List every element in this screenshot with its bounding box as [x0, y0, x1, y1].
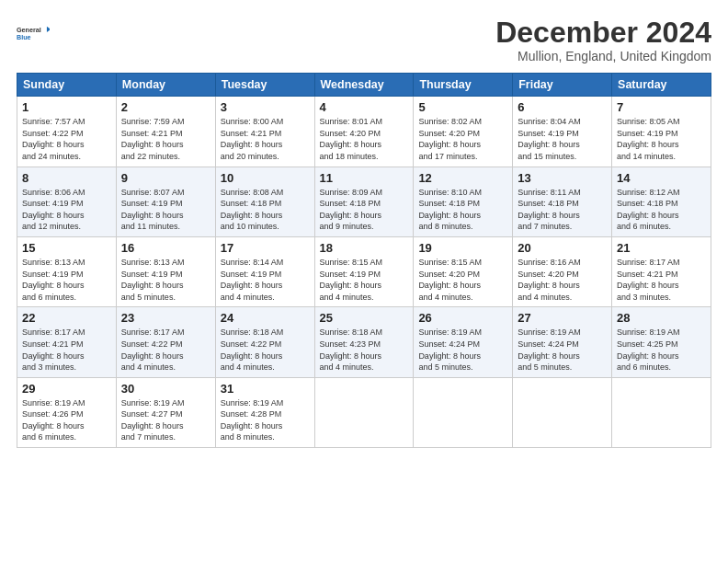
day-detail: Sunrise: 7:57 AM Sunset: 4:22 PM Dayligh…	[22, 116, 111, 162]
calendar-day-cell: 24Sunrise: 8:18 AM Sunset: 4:22 PM Dayli…	[215, 307, 314, 377]
page: General Blue December 2024 Mullion, Engl…	[0, 0, 728, 563]
calendar-day-cell: 16Sunrise: 8:13 AM Sunset: 4:19 PM Dayli…	[116, 236, 215, 306]
calendar-day-cell: 27Sunrise: 8:19 AM Sunset: 4:24 PM Dayli…	[513, 307, 612, 377]
logo-icon: General Blue	[17, 17, 50, 50]
svg-text:Blue: Blue	[17, 33, 31, 41]
day-number: 16	[121, 241, 210, 255]
day-number: 8	[22, 171, 111, 185]
day-detail: Sunrise: 8:19 AM Sunset: 4:28 PM Dayligh…	[221, 397, 310, 443]
day-detail: Sunrise: 8:00 AM Sunset: 4:21 PM Dayligh…	[221, 116, 310, 162]
calendar-day-cell: 6Sunrise: 8:04 AM Sunset: 4:19 PM Daylig…	[513, 97, 612, 167]
day-number: 20	[518, 241, 607, 255]
calendar-day-cell: 7Sunrise: 8:05 AM Sunset: 4:19 PM Daylig…	[612, 97, 711, 167]
calendar-day-cell: 10Sunrise: 8:08 AM Sunset: 4:18 PM Dayli…	[215, 167, 314, 236]
day-detail: Sunrise: 8:17 AM Sunset: 4:22 PM Dayligh…	[121, 327, 210, 373]
calendar-day-cell: 28Sunrise: 8:19 AM Sunset: 4:25 PM Dayli…	[612, 307, 711, 377]
calendar-day-header: Monday	[116, 74, 215, 97]
calendar-day-cell: 9Sunrise: 8:07 AM Sunset: 4:19 PM Daylig…	[116, 167, 215, 236]
day-number: 12	[418, 171, 507, 185]
day-number: 29	[22, 382, 111, 396]
calendar-day-cell: 23Sunrise: 8:17 AM Sunset: 4:22 PM Dayli…	[116, 307, 215, 377]
day-detail: Sunrise: 8:07 AM Sunset: 4:19 PM Dayligh…	[121, 187, 210, 233]
day-number: 24	[221, 311, 310, 325]
day-detail: Sunrise: 8:10 AM Sunset: 4:18 PM Dayligh…	[418, 187, 507, 233]
day-detail: Sunrise: 8:13 AM Sunset: 4:19 PM Dayligh…	[22, 257, 111, 303]
day-detail: Sunrise: 8:01 AM Sunset: 4:20 PM Dayligh…	[320, 116, 409, 162]
day-detail: Sunrise: 8:12 AM Sunset: 4:18 PM Dayligh…	[617, 187, 706, 233]
day-number: 9	[121, 171, 210, 185]
day-number: 15	[22, 241, 111, 255]
day-detail: Sunrise: 8:02 AM Sunset: 4:20 PM Dayligh…	[418, 116, 507, 162]
day-detail: Sunrise: 8:19 AM Sunset: 4:25 PM Dayligh…	[617, 327, 706, 373]
day-detail: Sunrise: 8:18 AM Sunset: 4:22 PM Dayligh…	[221, 327, 310, 373]
svg-marker-2	[47, 27, 50, 32]
header: General Blue December 2024 Mullion, Engl…	[17, 17, 711, 63]
day-number: 2	[121, 100, 210, 114]
day-number: 21	[617, 241, 706, 255]
day-detail: Sunrise: 8:17 AM Sunset: 4:21 PM Dayligh…	[617, 257, 706, 303]
calendar-week-row: 29Sunrise: 8:19 AM Sunset: 4:26 PM Dayli…	[17, 377, 711, 447]
calendar-day-header: Wednesday	[314, 74, 414, 97]
day-detail: Sunrise: 8:08 AM Sunset: 4:18 PM Dayligh…	[221, 187, 310, 233]
day-detail: Sunrise: 8:18 AM Sunset: 4:23 PM Dayligh…	[320, 327, 409, 373]
day-detail: Sunrise: 8:04 AM Sunset: 4:19 PM Dayligh…	[518, 116, 607, 162]
calendar-empty-cell	[414, 377, 513, 447]
calendar-day-cell: 18Sunrise: 8:15 AM Sunset: 4:19 PM Dayli…	[314, 236, 414, 306]
calendar-day-cell: 22Sunrise: 8:17 AM Sunset: 4:21 PM Dayli…	[17, 307, 117, 377]
calendar-week-row: 15Sunrise: 8:13 AM Sunset: 4:19 PM Dayli…	[17, 236, 711, 306]
calendar-week-row: 8Sunrise: 8:06 AM Sunset: 4:19 PM Daylig…	[17, 167, 711, 236]
day-detail: Sunrise: 8:06 AM Sunset: 4:19 PM Dayligh…	[22, 187, 111, 233]
calendar-day-header: Friday	[513, 74, 612, 97]
day-number: 6	[518, 100, 607, 114]
calendar-week-row: 22Sunrise: 8:17 AM Sunset: 4:21 PM Dayli…	[17, 307, 711, 377]
day-detail: Sunrise: 8:19 AM Sunset: 4:24 PM Dayligh…	[518, 327, 607, 373]
calendar-day-header: Saturday	[612, 74, 711, 97]
calendar-day-header: Thursday	[414, 74, 513, 97]
calendar-day-cell: 11Sunrise: 8:09 AM Sunset: 4:18 PM Dayli…	[314, 167, 414, 236]
day-detail: Sunrise: 8:16 AM Sunset: 4:20 PM Dayligh…	[518, 257, 607, 303]
day-number: 22	[22, 311, 111, 325]
calendar-day-header: Tuesday	[215, 74, 314, 97]
calendar-day-cell: 13Sunrise: 8:11 AM Sunset: 4:18 PM Dayli…	[513, 167, 612, 236]
calendar-day-cell: 30Sunrise: 8:19 AM Sunset: 4:27 PM Dayli…	[116, 377, 215, 447]
day-number: 3	[221, 100, 310, 114]
calendar-day-cell: 3Sunrise: 8:00 AM Sunset: 4:21 PM Daylig…	[215, 97, 314, 167]
day-number: 27	[518, 311, 607, 325]
calendar-day-cell: 25Sunrise: 8:18 AM Sunset: 4:23 PM Dayli…	[314, 307, 414, 377]
calendar-day-header: Sunday	[17, 74, 117, 97]
day-number: 28	[617, 311, 706, 325]
calendar-day-cell: 1Sunrise: 7:57 AM Sunset: 4:22 PM Daylig…	[17, 97, 117, 167]
day-detail: Sunrise: 8:13 AM Sunset: 4:19 PM Dayligh…	[121, 257, 210, 303]
svg-text:General: General	[17, 26, 41, 34]
calendar-day-cell: 14Sunrise: 8:12 AM Sunset: 4:18 PM Dayli…	[612, 167, 711, 236]
calendar-day-cell: 21Sunrise: 8:17 AM Sunset: 4:21 PM Dayli…	[612, 236, 711, 306]
day-number: 30	[121, 382, 210, 396]
title-block: December 2024 Mullion, England, United K…	[495, 17, 711, 63]
day-number: 19	[418, 241, 507, 255]
calendar-empty-cell	[513, 377, 612, 447]
day-detail: Sunrise: 8:19 AM Sunset: 4:26 PM Dayligh…	[22, 397, 111, 443]
day-number: 31	[221, 382, 310, 396]
calendar-day-cell: 5Sunrise: 8:02 AM Sunset: 4:20 PM Daylig…	[414, 97, 513, 167]
calendar-day-cell: 31Sunrise: 8:19 AM Sunset: 4:28 PM Dayli…	[215, 377, 314, 447]
day-number: 18	[320, 241, 409, 255]
subtitle: Mullion, England, United Kingdom	[495, 49, 711, 63]
day-detail: Sunrise: 8:15 AM Sunset: 4:20 PM Dayligh…	[418, 257, 507, 303]
day-number: 10	[221, 171, 310, 185]
day-detail: Sunrise: 8:09 AM Sunset: 4:18 PM Dayligh…	[320, 187, 409, 233]
day-number: 4	[320, 100, 409, 114]
calendar-empty-cell	[612, 377, 711, 447]
day-detail: Sunrise: 8:14 AM Sunset: 4:19 PM Dayligh…	[221, 257, 310, 303]
month-title: December 2024	[495, 17, 711, 49]
calendar-day-cell: 8Sunrise: 8:06 AM Sunset: 4:19 PM Daylig…	[17, 167, 117, 236]
day-detail: Sunrise: 8:19 AM Sunset: 4:24 PM Dayligh…	[418, 327, 507, 373]
calendar-day-cell: 19Sunrise: 8:15 AM Sunset: 4:20 PM Dayli…	[414, 236, 513, 306]
day-detail: Sunrise: 8:17 AM Sunset: 4:21 PM Dayligh…	[22, 327, 111, 373]
day-number: 13	[518, 171, 607, 185]
day-detail: Sunrise: 8:11 AM Sunset: 4:18 PM Dayligh…	[518, 187, 607, 233]
calendar-empty-cell	[314, 377, 414, 447]
day-number: 25	[320, 311, 409, 325]
day-detail: Sunrise: 8:05 AM Sunset: 4:19 PM Dayligh…	[617, 116, 706, 162]
calendar-day-cell: 4Sunrise: 8:01 AM Sunset: 4:20 PM Daylig…	[314, 97, 414, 167]
logo: General Blue	[17, 17, 50, 50]
